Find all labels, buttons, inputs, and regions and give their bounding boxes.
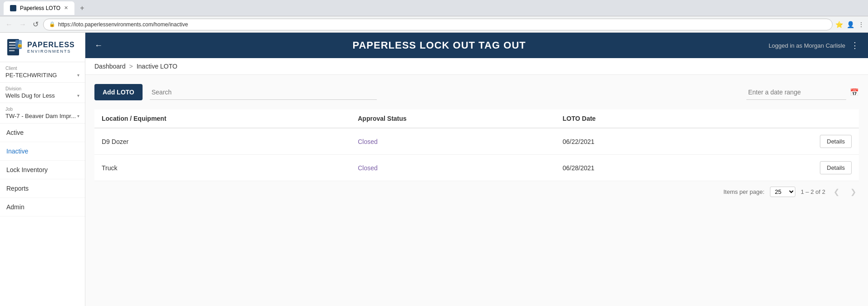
svg-rect-2 — [9, 44, 15, 46]
division-dropdown-arrow: ▾ — [77, 93, 79, 98]
table-row: D9 DozerClosed06/22/2021Details — [94, 128, 859, 155]
col-location-header: Location / Equipment — [94, 109, 350, 128]
nav-reload-button[interactable]: ↺ — [31, 18, 40, 30]
job-value-text: TW-7 - Beaver Dam Impr... — [5, 113, 76, 119]
cell-approval-status: Closed — [350, 128, 555, 155]
job-dropdown[interactable]: Job TW-7 - Beaver Dam Impr... ▾ — [0, 103, 85, 123]
main-content: ← PAPERLESS LOCK OUT TAG OUT Logged in a… — [85, 33, 868, 306]
breadcrumb: Dashboard > Inactive LOTO — [85, 58, 868, 75]
cell-loto-date: 06/22/2021 — [555, 128, 709, 155]
loto-table: Location / Equipment Approval Status LOT… — [94, 109, 859, 181]
status-badge: Closed — [358, 164, 378, 172]
client-dropdown-arrow: ▾ — [77, 73, 79, 78]
items-per-page-select[interactable]: 25 10 50 100 — [770, 187, 795, 197]
add-loto-button[interactable]: Add LOTO — [94, 84, 143, 100]
client-value-text: PE-TECHWRITING — [5, 72, 57, 79]
items-per-page-label: Items per page: — [723, 188, 764, 195]
table-header-row: Location / Equipment Approval Status LOT… — [94, 109, 859, 128]
logo-icon: 🔒 — [6, 38, 23, 56]
sidebar-item-lock-inventory-label: Lock Inventory — [6, 166, 48, 173]
browser-profile-icon[interactable]: 👤 — [847, 21, 854, 28]
client-label: Client — [5, 66, 79, 71]
content-area: Add LOTO 📅 Location / Equipment Approval… — [85, 75, 868, 306]
sidebar-item-admin-label: Admin — [6, 203, 25, 211]
cell-actions: Details — [710, 128, 859, 155]
sidebar: 🔒 PAPERLESS ENVIRONMENTS Client PE-TECHW… — [0, 33, 85, 306]
client-value-row[interactable]: PE-TECHWRITING ▾ — [5, 72, 79, 79]
job-dropdown-arrow: ▾ — [77, 114, 79, 118]
breadcrumb-current: Inactive LOTO — [137, 63, 178, 70]
cell-actions: Details — [710, 155, 859, 181]
next-page-button[interactable]: ❯ — [848, 187, 859, 197]
browser-tab[interactable]: Paperless LOTO ✕ — [4, 1, 74, 15]
col-actions-header — [710, 109, 859, 128]
svg-rect-3 — [9, 47, 16, 49]
breadcrumb-separator: > — [129, 63, 133, 70]
browser-menu-icon[interactable]: ⋮ — [858, 21, 864, 28]
cell-location: Truck — [94, 155, 350, 181]
header-title: PAPERLESS LOCK OUT TAG OUT — [110, 39, 769, 51]
cell-approval-status: Closed — [350, 155, 555, 181]
sidebar-item-reports[interactable]: Reports — [0, 179, 85, 198]
svg-text:🔒: 🔒 — [17, 41, 23, 48]
address-url: https://loto.paperlessenvironments.com/h… — [58, 21, 188, 28]
new-tab-button[interactable]: + — [77, 4, 87, 12]
job-label: Job — [5, 107, 79, 112]
division-dropdown[interactable]: Division Wells Dug for Less ▾ — [0, 83, 85, 103]
sidebar-item-inactive-label: Inactive — [6, 148, 28, 155]
details-button[interactable]: Details — [820, 161, 852, 174]
date-range-wrap: 📅 — [746, 85, 859, 100]
sidebar-item-active-label: Active — [6, 129, 24, 136]
app-header: ← PAPERLESS LOCK OUT TAG OUT Logged in a… — [85, 33, 868, 58]
cell-loto-date: 06/28/2021 — [555, 155, 709, 181]
browser-nav-bar: ← → ↺ 🔒 https://loto.paperlessenvironmen… — [0, 16, 868, 33]
logo-sub-text: ENVIRONMENTS — [27, 49, 75, 54]
pagination: Items per page: 25 10 50 100 1 – 2 of 2 … — [94, 181, 859, 197]
division-value-row[interactable]: Wells Dug for Less ▾ — [5, 92, 79, 99]
app-layout: 🔒 PAPERLESS ENVIRONMENTS Client PE-TECHW… — [0, 33, 868, 306]
logo-main-text: PAPERLESS — [27, 40, 75, 49]
toolbar: Add LOTO 📅 — [94, 84, 859, 100]
cell-location: D9 Dozer — [94, 128, 350, 155]
sidebar-item-active[interactable]: Active — [0, 123, 85, 142]
col-approval-header: Approval Status — [350, 109, 555, 128]
header-menu-button[interactable]: ⋮ — [851, 40, 859, 50]
page-range-label: 1 – 2 of 2 — [801, 188, 825, 195]
search-input-wrap — [150, 85, 377, 100]
browser-nav-icons: ⭐ 👤 ⋮ — [835, 21, 864, 28]
prev-page-button[interactable]: ❮ — [831, 187, 842, 197]
table-row: TruckClosed06/28/2021Details — [94, 155, 859, 181]
col-date-header: LOTO Date — [555, 109, 709, 128]
sidebar-item-lock-inventory[interactable]: Lock Inventory — [0, 161, 85, 179]
header-back-button[interactable]: ← — [94, 41, 103, 50]
tab-close-button[interactable]: ✕ — [64, 5, 68, 11]
sidebar-item-reports-label: Reports — [6, 185, 29, 192]
browser-extensions-icon[interactable]: ⭐ — [835, 21, 843, 28]
logo-text: PAPERLESS ENVIRONMENTS — [27, 40, 75, 54]
svg-rect-4 — [9, 50, 15, 51]
logo-area: 🔒 PAPERLESS ENVIRONMENTS — [0, 33, 85, 62]
date-range-input[interactable] — [746, 85, 846, 100]
address-lock-icon: 🔒 — [49, 21, 55, 27]
client-dropdown[interactable]: Client PE-TECHWRITING ▾ — [0, 62, 85, 83]
job-value-row[interactable]: TW-7 - Beaver Dam Impr... ▾ — [5, 113, 79, 119]
nav-back-button[interactable]: ← — [4, 19, 15, 30]
division-value-text: Wells Dug for Less — [5, 92, 55, 99]
tab-title: Paperless LOTO — [20, 5, 60, 11]
calendar-icon[interactable]: 📅 — [850, 88, 859, 97]
header-user-label: Logged in as Morgan Carlisle — [769, 42, 845, 49]
breadcrumb-dashboard[interactable]: Dashboard — [94, 63, 126, 70]
address-bar[interactable]: 🔒 https://loto.paperlessenvironments.com… — [43, 19, 833, 30]
nav-forward-button[interactable]: → — [17, 19, 28, 30]
division-label: Division — [5, 86, 79, 91]
browser-chrome: Paperless LOTO ✕ + — [0, 0, 868, 16]
sidebar-item-admin[interactable]: Admin — [0, 198, 85, 217]
search-input[interactable] — [150, 85, 377, 100]
table-body: D9 DozerClosed06/22/2021DetailsTruckClos… — [94, 128, 859, 181]
status-badge: Closed — [358, 138, 378, 145]
tab-favicon — [10, 5, 16, 11]
sidebar-item-inactive[interactable]: Inactive — [0, 142, 85, 161]
details-button[interactable]: Details — [820, 135, 852, 148]
